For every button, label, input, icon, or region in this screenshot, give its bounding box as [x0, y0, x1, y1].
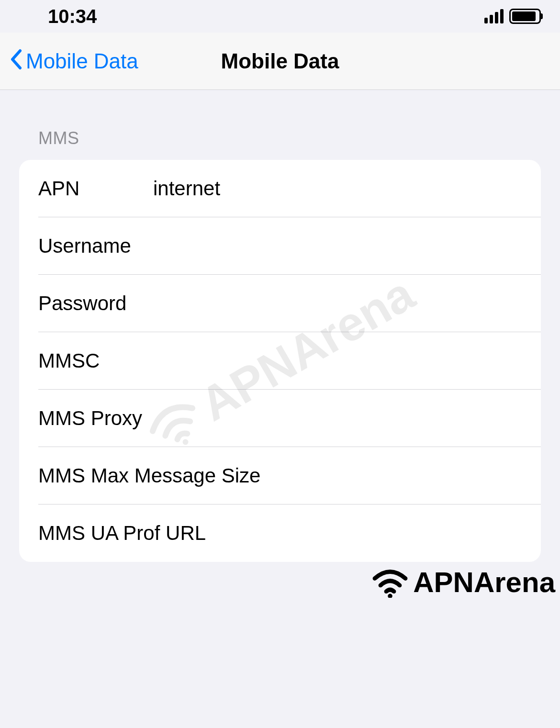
- status-bar: 10:34: [0, 0, 560, 33]
- cellular-signal-icon: [484, 9, 504, 23]
- label-password: Password: [38, 292, 153, 315]
- row-mms-proxy[interactable]: MMS Proxy: [19, 390, 541, 447]
- navigation-bar: Mobile Data Mobile Data: [0, 33, 560, 90]
- label-mmsc: MMSC: [38, 349, 153, 372]
- label-mms-ua-prof: MMS UA Prof URL: [38, 522, 522, 545]
- label-mms-max-size: MMS Max Message Size: [38, 464, 522, 487]
- row-apn[interactable]: APN: [19, 160, 541, 217]
- label-mms-proxy: MMS Proxy: [38, 407, 269, 430]
- input-password[interactable]: [153, 292, 522, 315]
- row-mms-max-size[interactable]: MMS Max Message Size: [19, 447, 541, 504]
- row-mmsc[interactable]: MMSC: [19, 332, 541, 390]
- battery-icon: [509, 9, 541, 24]
- page-title: Mobile Data: [221, 49, 339, 73]
- status-time: 10:34: [19, 6, 97, 27]
- label-username: Username: [38, 235, 153, 258]
- chevron-left-icon: [10, 49, 22, 74]
- back-button[interactable]: Mobile Data: [10, 49, 138, 74]
- input-mms-proxy[interactable]: [269, 407, 522, 430]
- section-header-mms: MMS: [19, 90, 541, 160]
- brand-footer: APNArena: [371, 566, 555, 599]
- row-username[interactable]: Username: [19, 217, 541, 275]
- back-label: Mobile Data: [26, 49, 138, 73]
- row-mms-ua-prof[interactable]: MMS UA Prof URL: [19, 504, 541, 562]
- label-apn: APN: [38, 177, 153, 200]
- row-password[interactable]: Password: [19, 275, 541, 332]
- content-area: MMS APN Username Password MMSC MMS Proxy: [0, 90, 560, 562]
- input-mmsc[interactable]: [153, 349, 522, 372]
- brand-text: APNArena: [413, 566, 555, 599]
- input-apn[interactable]: [153, 177, 522, 200]
- status-icons: [484, 9, 541, 24]
- settings-group-mms: APN Username Password MMSC MMS Proxy MMS…: [19, 160, 541, 562]
- svg-point-1: [388, 594, 392, 598]
- input-username[interactable]: [153, 235, 522, 258]
- wifi-icon: [371, 567, 409, 598]
